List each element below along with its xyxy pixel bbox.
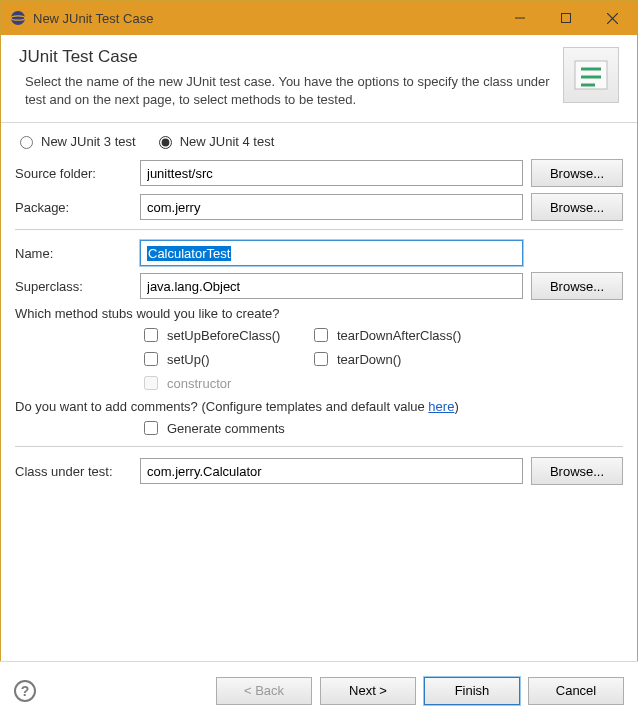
checkbox-generate-comments-label: Generate comments (167, 421, 285, 436)
separator (15, 446, 623, 447)
checkbox-teardown-label: tearDown() (337, 352, 401, 367)
junit-wizard-icon (563, 47, 619, 103)
browse-class-under-test-button[interactable]: Browse... (531, 457, 623, 485)
back-button: < Back (216, 677, 312, 705)
name-input-text: CalculatorTest (147, 246, 231, 261)
configure-templates-link[interactable]: here (428, 399, 454, 414)
checkbox-teardownafterclass-input[interactable] (314, 328, 328, 342)
minimize-button[interactable] (497, 1, 543, 35)
svg-rect-3 (562, 14, 571, 23)
radio-junit3-input[interactable] (20, 136, 33, 149)
svg-point-0 (11, 11, 25, 25)
next-button[interactable]: Next > (320, 677, 416, 705)
stubs-question: Which method stubs would you like to cre… (15, 306, 623, 321)
package-label: Package: (15, 200, 140, 215)
name-label: Name: (15, 246, 140, 261)
checkbox-setupbeforeclass[interactable]: setUpBeforeClass() (140, 325, 310, 345)
radio-junit4[interactable]: New JUnit 4 test (154, 133, 275, 149)
browse-superclass-button[interactable]: Browse... (531, 272, 623, 300)
help-button[interactable]: ? (14, 680, 36, 702)
radio-junit3[interactable]: New JUnit 3 test (15, 133, 136, 149)
comments-question-prefix: Do you want to add comments? (Configure … (15, 399, 428, 414)
radio-junit4-label: New JUnit 4 test (180, 134, 275, 149)
checkbox-setupbeforeclass-input[interactable] (144, 328, 158, 342)
source-folder-input[interactable] (140, 160, 523, 186)
class-under-test-input[interactable] (140, 458, 523, 484)
comments-question-suffix: ) (454, 399, 458, 414)
browse-source-folder-button[interactable]: Browse... (531, 159, 623, 187)
radio-junit4-input[interactable] (159, 136, 172, 149)
checkbox-teardown-input[interactable] (314, 352, 328, 366)
checkbox-setup[interactable]: setUp() (140, 349, 310, 369)
checkbox-setup-label: setUp() (167, 352, 210, 367)
superclass-label: Superclass: (15, 279, 140, 294)
superclass-input[interactable] (140, 273, 523, 299)
checkbox-generate-comments[interactable]: Generate comments (140, 418, 623, 438)
comments-question: Do you want to add comments? (Configure … (15, 399, 623, 414)
class-under-test-label: Class under test: (15, 464, 140, 479)
checkbox-setupbeforeclass-label: setUpBeforeClass() (167, 328, 280, 343)
radio-junit3-label: New JUnit 3 test (41, 134, 136, 149)
checkbox-setup-input[interactable] (144, 352, 158, 366)
checkbox-teardown[interactable]: tearDown() (310, 349, 510, 369)
wizard-footer: ? < Back Next > Finish Cancel (0, 661, 638, 719)
checkbox-teardownafterclass-label: tearDownAfterClass() (337, 328, 461, 343)
checkbox-constructor-label: constructor (167, 376, 231, 391)
checkbox-constructor: constructor (140, 373, 310, 393)
wizard-banner: JUnit Test Case Select the name of the n… (1, 35, 637, 123)
checkbox-teardownafterclass[interactable]: tearDownAfterClass() (310, 325, 510, 345)
separator (15, 229, 623, 230)
cancel-button[interactable]: Cancel (528, 677, 624, 705)
wizard-content: New JUnit 3 test New JUnit 4 test Source… (1, 123, 637, 485)
eclipse-icon (9, 9, 27, 27)
package-input[interactable] (140, 194, 523, 220)
source-folder-label: Source folder: (15, 166, 140, 181)
window-title: New JUnit Test Case (33, 11, 497, 26)
finish-button[interactable]: Finish (424, 677, 520, 705)
checkbox-constructor-input (144, 376, 158, 390)
banner-description: Select the name of the new JUnit test ca… (19, 73, 553, 108)
name-input[interactable]: CalculatorTest (140, 240, 523, 266)
banner-title: JUnit Test Case (19, 47, 553, 67)
maximize-button[interactable] (543, 1, 589, 35)
browse-package-button[interactable]: Browse... (531, 193, 623, 221)
window-titlebar: New JUnit Test Case (1, 1, 637, 35)
checkbox-generate-comments-input[interactable] (144, 421, 158, 435)
close-button[interactable] (589, 1, 635, 35)
